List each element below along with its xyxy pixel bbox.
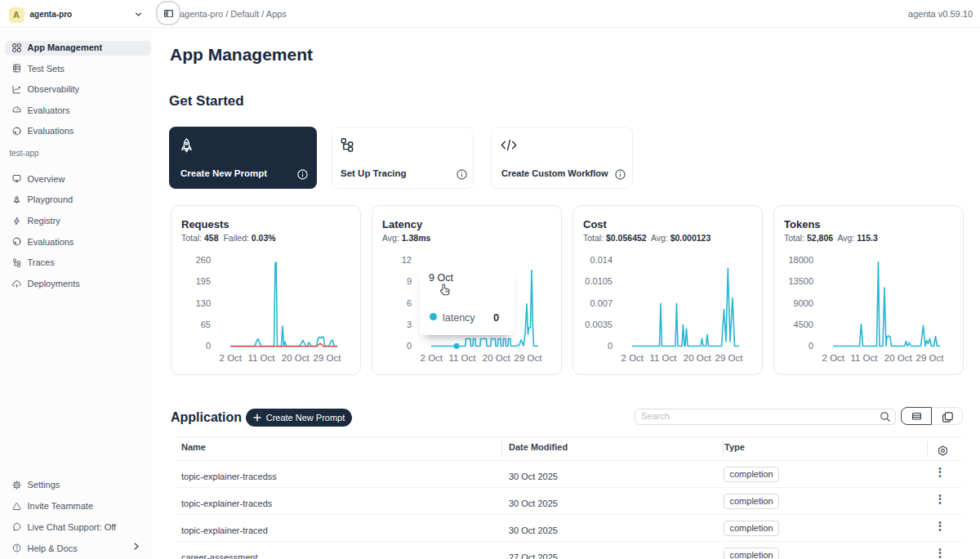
svg-text:0.0105: 0.0105	[585, 276, 612, 286]
svg-text:3: 3	[406, 320, 411, 329]
svg-text:29 Oct: 29 Oct	[313, 353, 341, 363]
svg-text:6: 6	[406, 298, 411, 308]
svg-text:0: 0	[205, 341, 210, 351]
svg-text:11 Oct: 11 Oct	[850, 353, 878, 363]
svg-text:29 Oct: 29 Oct	[514, 353, 542, 363]
svg-text:130: 130	[195, 298, 210, 308]
svg-text:2 Oct: 2 Oct	[420, 353, 443, 363]
svg-text:0.007: 0.007	[590, 298, 612, 308]
svg-text:18000: 18000	[788, 255, 813, 265]
svg-text:29 Oct: 29 Oct	[915, 353, 944, 363]
svg-text:195: 195	[195, 276, 210, 286]
svg-text:0.0035: 0.0035	[585, 320, 612, 329]
svg-text:4500: 4500	[793, 320, 813, 329]
svg-text:2 Oct: 2 Oct	[219, 353, 242, 363]
svg-text:29 Oct: 29 Oct	[715, 353, 743, 363]
svg-text:65: 65	[200, 320, 210, 329]
svg-text:260: 260	[195, 255, 210, 265]
svg-text:20 Oct: 20 Oct	[482, 353, 510, 363]
svg-text:0.014: 0.014	[590, 255, 612, 265]
svg-text:13500: 13500	[788, 276, 813, 286]
svg-text:0: 0	[607, 341, 612, 351]
svg-text:9: 9	[406, 276, 411, 286]
svg-text:2 Oct: 2 Oct	[621, 353, 644, 363]
svg-text:11 Oct: 11 Oct	[448, 353, 476, 363]
svg-text:2 Oct: 2 Oct	[822, 353, 844, 363]
svg-text:11 Oct: 11 Oct	[247, 353, 275, 363]
svg-text:20 Oct: 20 Oct	[884, 353, 912, 363]
svg-text:0: 0	[406, 341, 411, 351]
svg-text:20 Oct: 20 Oct	[683, 353, 711, 363]
svg-text:12: 12	[401, 255, 411, 265]
svg-text:20 Oct: 20 Oct	[281, 353, 310, 363]
svg-text:11 Oct: 11 Oct	[649, 353, 677, 363]
svg-text:9000: 9000	[793, 298, 813, 308]
svg-text:0: 0	[808, 341, 813, 351]
